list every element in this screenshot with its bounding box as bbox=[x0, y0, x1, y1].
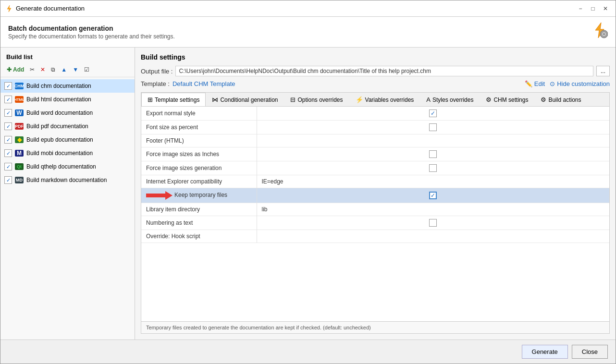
window-title: Generate documentation bbox=[16, 5, 85, 12]
tab-styles-overrides[interactable]: AStyles overrides bbox=[420, 93, 480, 106]
panel-title: Build settings bbox=[141, 53, 610, 61]
setting-checkbox-3[interactable] bbox=[429, 150, 437, 158]
minimize-button[interactable]: − bbox=[575, 3, 586, 14]
output-file-row: Output file : C:\Users\john\Documents\He… bbox=[141, 66, 610, 76]
tab-label-3: Variables overrides bbox=[365, 97, 414, 103]
tab-template-settings[interactable]: ⊞Template settings bbox=[141, 93, 206, 107]
template-link[interactable]: Default CHM Template bbox=[172, 80, 235, 87]
cut-button[interactable]: ✂ bbox=[27, 65, 37, 74]
generate-button[interactable]: Generate bbox=[522, 345, 568, 359]
item-label-7: Build markdown documentation bbox=[26, 177, 107, 183]
template-actions: ✏️ Edit ⊙ Hide customization bbox=[525, 80, 610, 87]
move-up-button[interactable]: ▲ bbox=[59, 65, 69, 74]
item-label-3: Build pdf documentation bbox=[26, 123, 88, 130]
tab-conditional-generation[interactable]: ⋈Conditional generation bbox=[206, 93, 284, 106]
tabs-container: ⊞Template settings⋈Conditional generatio… bbox=[141, 92, 610, 334]
item-type-icon-1: HTML bbox=[15, 95, 24, 104]
tab-options-overrides[interactable]: ⊟Options overrides bbox=[284, 93, 349, 106]
item-checkbox-4[interactable]: ✓ bbox=[4, 136, 12, 144]
tab-icon-3: ⚡ bbox=[356, 96, 363, 103]
setting-name-7: Library item directory bbox=[141, 203, 257, 216]
tab-label-5: CHM settings bbox=[493, 97, 528, 103]
item-type-icon-4: ◆ bbox=[15, 135, 24, 144]
item-type-icon-6: Qt bbox=[15, 162, 24, 171]
output-browse-button[interactable]: ... bbox=[596, 66, 610, 76]
settings-row-9: Override: Hook script bbox=[141, 230, 609, 243]
lightning-gear-icon bbox=[591, 22, 608, 42]
add-button[interactable]: ✚ Add bbox=[4, 65, 26, 74]
tab-icon-1: ⋈ bbox=[212, 96, 218, 103]
sidebar-toolbar: ✚ Add ✂ ✕ ⧉ ▲ ▼ ☑ bbox=[0, 64, 135, 77]
maximize-button[interactable]: □ bbox=[588, 3, 598, 14]
settings-row-1: Font size as percent bbox=[141, 121, 609, 134]
settings-row-5: Internet Explorer compatibilityIE=edge bbox=[141, 175, 609, 188]
setting-name-5: Internet Explorer compatibility bbox=[141, 175, 257, 188]
tab-icon-4: A bbox=[426, 96, 431, 103]
svg-marker-5 bbox=[146, 191, 172, 200]
item-checkbox-3[interactable]: ✓ bbox=[4, 122, 12, 130]
tab-icon-2: ⊟ bbox=[290, 96, 296, 103]
tab-build-actions[interactable]: ⚙Build actions bbox=[534, 93, 587, 106]
check-button[interactable]: ☑ bbox=[82, 65, 92, 74]
tab-chm-settings[interactable]: ⚙CHM settings bbox=[480, 93, 534, 106]
item-label-4: Build epub documentation bbox=[26, 136, 93, 143]
tab-content: Export normal style✓Font size as percent… bbox=[141, 107, 609, 321]
setting-value-1[interactable] bbox=[257, 121, 609, 134]
item-type-icon-2: W bbox=[15, 109, 24, 117]
settings-row-3: Force image sizes as Inches bbox=[141, 147, 609, 161]
item-checkbox-2[interactable]: ✓ bbox=[4, 109, 12, 117]
item-checkbox-1[interactable]: ✓ bbox=[4, 96, 12, 103]
item-checkbox-5[interactable]: ✓ bbox=[4, 149, 12, 157]
header-title: Batch documentation generation bbox=[8, 24, 175, 32]
main-content: Build list ✚ Add ✂ ✕ ⧉ ▲ bbox=[0, 48, 616, 340]
move-down-button[interactable]: ▼ bbox=[70, 65, 81, 74]
item-checkbox-7[interactable]: ✓ bbox=[4, 176, 12, 184]
setting-checkbox-1[interactable] bbox=[429, 123, 437, 131]
setting-value-6[interactable]: ✓ bbox=[257, 188, 609, 203]
sidebar-item-0[interactable]: ✓CHMBuild chm documentation bbox=[0, 79, 135, 93]
sidebar-items-list: ✓CHMBuild chm documentation✓HTMLBuild ht… bbox=[0, 79, 135, 187]
setting-value-8[interactable] bbox=[257, 216, 609, 230]
edit-template-button[interactable]: ✏️ Edit bbox=[525, 80, 545, 87]
item-label-0: Build chm documentation bbox=[26, 83, 91, 89]
sidebar-item-6[interactable]: ✓QtBuild qthelp documentation bbox=[0, 160, 135, 173]
sidebar-item-2[interactable]: ✓WBuild word documentation bbox=[0, 106, 135, 120]
sidebar-item-3[interactable]: ✓PDFBuild pdf documentation bbox=[0, 120, 135, 133]
check-icon: ☑ bbox=[84, 66, 89, 73]
settings-row-7: Library item directorylib bbox=[141, 203, 609, 216]
hide-icon: ⊙ bbox=[550, 80, 555, 87]
setting-value-4[interactable] bbox=[257, 161, 609, 175]
tab-variables-overrides[interactable]: ⚡Variables overrides bbox=[349, 93, 420, 106]
svg-point-4 bbox=[603, 33, 605, 35]
main-window: Generate documentation − □ ✕ Batch docum… bbox=[0, 0, 616, 364]
setting-value-0[interactable]: ✓ bbox=[257, 107, 609, 121]
item-label-2: Build word documentation bbox=[26, 109, 93, 116]
item-type-icon-0: CHM bbox=[15, 82, 24, 90]
item-label-6: Build qthelp documentation bbox=[26, 163, 96, 170]
move-up-icon: ▲ bbox=[61, 66, 67, 73]
sidebar-title: Build list bbox=[0, 51, 135, 64]
close-button[interactable]: ✕ bbox=[600, 3, 611, 14]
setting-name-6: Keep temporary files bbox=[141, 188, 257, 203]
sidebar-item-4[interactable]: ✓◆Build epub documentation bbox=[0, 133, 135, 146]
delete-button[interactable]: ✕ bbox=[38, 65, 48, 74]
sidebar-item-5[interactable]: ✓MBuild mobi documentation bbox=[0, 146, 135, 160]
row-arrow-indicator bbox=[146, 192, 174, 198]
close-dialog-button[interactable]: Close bbox=[572, 345, 608, 359]
setting-checkbox-8[interactable] bbox=[429, 219, 437, 227]
settings-row-8: Numbering as text bbox=[141, 216, 609, 230]
item-type-icon-7: MD bbox=[15, 176, 24, 184]
tab-label-1: Conditional generation bbox=[220, 97, 278, 103]
hide-customization-button[interactable]: ⊙ Hide customization bbox=[550, 80, 610, 87]
setting-value-3[interactable] bbox=[257, 147, 609, 161]
sidebar-item-1[interactable]: ✓HTMLBuild html documentation bbox=[0, 93, 135, 106]
setting-checkbox-6[interactable]: ✓ bbox=[429, 192, 437, 199]
item-checkbox-6[interactable]: ✓ bbox=[4, 163, 12, 170]
setting-checkbox-0[interactable]: ✓ bbox=[429, 109, 437, 117]
item-label-1: Build html documentation bbox=[26, 96, 91, 103]
add-icon: ✚ bbox=[7, 66, 12, 73]
sidebar-item-7[interactable]: ✓MDBuild markdown documentation bbox=[0, 173, 135, 187]
setting-checkbox-4[interactable] bbox=[429, 164, 437, 172]
copy-button[interactable]: ⧉ bbox=[49, 65, 58, 74]
item-checkbox-0[interactable]: ✓ bbox=[4, 82, 12, 90]
